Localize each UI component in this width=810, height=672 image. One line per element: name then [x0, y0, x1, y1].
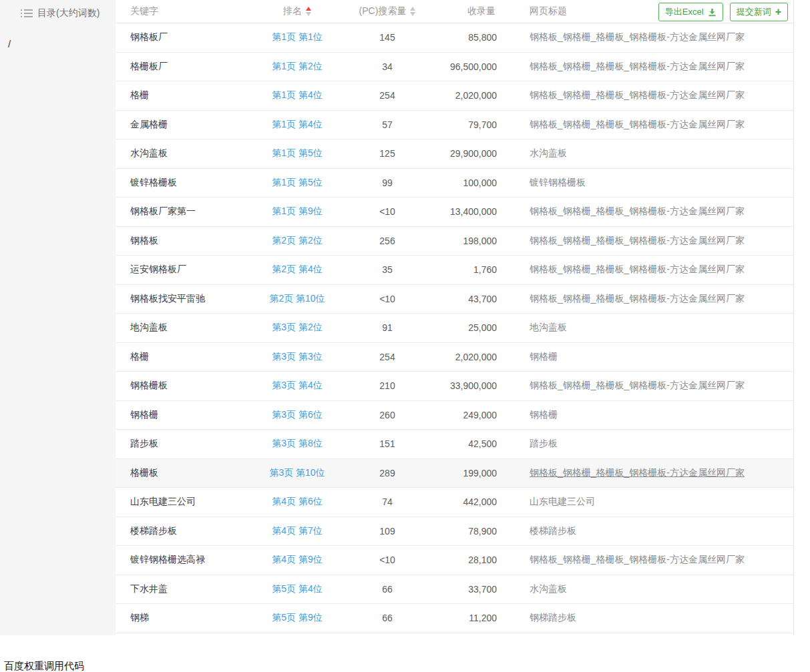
- sidebar-header: 目录(大约词数): [0, 0, 116, 19]
- index-count-cell: 85,800: [437, 32, 501, 43]
- keyword-cell: 钢梯: [116, 612, 257, 624]
- keyword-cell: 格栅板: [116, 467, 257, 479]
- rank-link[interactable]: 第1页 第5位: [257, 177, 337, 189]
- rank-link[interactable]: 第1页 第4位: [257, 89, 337, 101]
- index-count-cell: 43,700: [437, 294, 501, 304]
- rank-link[interactable]: 第3页 第6位: [257, 409, 337, 421]
- page-title-link[interactable]: 钢格板_钢格栅_格栅板_钢格栅板-方达金属丝网厂家: [501, 61, 793, 73]
- column-header-rank[interactable]: 排名: [257, 5, 337, 17]
- index-count-cell: 28,100: [437, 555, 501, 565]
- search-volume-cell: 256: [337, 236, 437, 246]
- rank-link[interactable]: 第3页 第8位: [257, 438, 337, 450]
- page-title-link[interactable]: 钢格板_钢格栅_格栅板_钢格栅板-方达金属丝网厂家: [501, 293, 793, 305]
- rank-sort[interactable]: [306, 7, 311, 16]
- rank-link[interactable]: 第2页 第2位: [257, 235, 337, 247]
- export-excel-label: 导出Excel: [665, 6, 704, 18]
- index-count-cell: 1,760: [437, 264, 501, 275]
- page-title-link[interactable]: 钢格栅: [501, 351, 793, 363]
- sidebar-item-root[interactable]: /: [0, 19, 116, 49]
- page-title-link[interactable]: 钢格板_钢格栅_格栅板_钢格栅板-方达金属丝网厂家: [501, 264, 793, 276]
- page-title-link[interactable]: 踏步板: [501, 438, 793, 450]
- rank-link[interactable]: 第5页 第9位: [257, 612, 337, 624]
- table-header: 关键字 排名 (PC)搜索量 收录量 网页标题 导出Excel: [116, 0, 793, 23]
- table-body: 钢格板厂第1页 第1位14585,800钢格板_钢格栅_格栅板_钢格栅板-方达金…: [116, 23, 793, 633]
- export-excel-button[interactable]: 导出Excel: [658, 3, 723, 21]
- rank-link[interactable]: 第3页 第3位: [257, 351, 337, 363]
- keyword-cell: 钢格板厂: [116, 31, 257, 43]
- table-row: 运安钢格板厂第2页 第4位351,760钢格板_钢格栅_格栅板_钢格栅板-方达金…: [116, 256, 793, 285]
- table-row: 山东电建三公司第4页 第6位74442,000山东电建三公司: [116, 488, 793, 517]
- table-row: 楼梯踏步板第4页 第7位10978,900楼梯踏步板: [116, 517, 793, 547]
- column-header-search-volume[interactable]: (PC)搜索量: [337, 5, 437, 17]
- search-volume-cell: <10: [337, 555, 437, 565]
- keyword-cell: 钢格栅: [116, 409, 257, 421]
- table-row: 钢格栅第3页 第6位260249,000钢格栅: [116, 401, 793, 430]
- rank-link[interactable]: 第3页 第2位: [257, 322, 337, 334]
- page-title-link[interactable]: 楼梯踏步板: [501, 525, 793, 537]
- table-row: 踏步板第3页 第8位15142,500踏步板: [116, 430, 793, 459]
- page-title-link[interactable]: 水沟盖板: [501, 147, 793, 159]
- rank-link[interactable]: 第3页 第4位: [257, 380, 337, 392]
- page-title-link[interactable]: 钢格板_钢格栅_格栅板_钢格栅板-方达金属丝网厂家: [501, 467, 793, 479]
- search-volume-cell: 125: [337, 148, 437, 159]
- table-row: 格栅第3页 第3位2542,020,000钢格栅: [116, 343, 793, 372]
- table-row: 格栅板厂第1页 第2位3496,500,000钢格板_钢格栅_格栅板_钢格栅板-…: [116, 53, 793, 82]
- rank-link[interactable]: 第1页 第2位: [257, 61, 337, 73]
- page-title-link[interactable]: 钢梯踏步板: [501, 612, 793, 624]
- index-count-cell: 79,700: [437, 119, 501, 130]
- page-title-link[interactable]: 钢格板_钢格栅_格栅板_钢格栅板-方达金属丝网厂家: [501, 89, 793, 101]
- search-volume-sort[interactable]: [410, 7, 415, 16]
- search-volume-cell: 35: [337, 264, 437, 275]
- search-volume-cell: 74: [337, 496, 437, 507]
- rank-link[interactable]: 第1页 第9位: [257, 206, 337, 218]
- page-title-link[interactable]: 钢格板_钢格栅_格栅板_钢格栅板-方达金属丝网厂家: [501, 235, 793, 247]
- index-count-cell: 199,000: [437, 468, 501, 478]
- submit-new-words-button[interactable]: 提交新词 +: [730, 3, 788, 21]
- search-volume-cell: 66: [337, 584, 437, 595]
- page-title-link[interactable]: 地沟盖板: [501, 322, 793, 334]
- keyword-cell: 钢格板厂家第一: [116, 206, 257, 218]
- table-row: 钢格板厂第1页 第1位14585,800钢格板_钢格栅_格栅板_钢格栅板-方达金…: [116, 23, 793, 53]
- index-count-cell: 78,900: [437, 526, 501, 537]
- search-volume-cell: 34: [337, 61, 437, 72]
- rank-link[interactable]: 第1页 第4位: [257, 119, 337, 131]
- table-row: 下水井盖第5页 第4位6633,700水沟盖板: [116, 575, 793, 605]
- rank-link[interactable]: 第3页 第10位: [257, 467, 337, 479]
- baidu-weight-code-link[interactable]: 百度权重调用代码: [4, 660, 810, 672]
- rank-link[interactable]: 第2页 第4位: [257, 264, 337, 276]
- rank-link[interactable]: 第1页 第1位: [257, 31, 337, 43]
- keyword-cell: 钢格板找安平雷驰: [116, 293, 257, 305]
- page-title-link[interactable]: 钢格板_钢格栅_格栅板_钢格栅板-方达金属丝网厂家: [501, 206, 793, 218]
- rank-link[interactable]: 第1页 第5位: [257, 147, 337, 159]
- keyword-table: 关键字 排名 (PC)搜索量 收录量 网页标题 导出Excel: [116, 0, 794, 635]
- page-title-link[interactable]: 山东电建三公司: [501, 496, 793, 508]
- search-volume-header-label: (PC)搜索量: [359, 5, 407, 17]
- index-count-cell: 198,000: [437, 236, 501, 246]
- page-title-link[interactable]: 钢格板_钢格栅_格栅板_钢格栅板-方达金属丝网厂家: [501, 380, 793, 392]
- search-volume-cell: 91: [337, 322, 437, 333]
- page-title-link[interactable]: 钢格板_钢格栅_格栅板_钢格栅板-方达金属丝网厂家: [501, 31, 793, 43]
- page-title-link[interactable]: 钢格栅: [501, 409, 793, 421]
- page-title-link[interactable]: 钢格板_钢格栅_格栅板_钢格栅板-方达金属丝网厂家: [501, 119, 793, 131]
- plus-icon: +: [775, 8, 781, 16]
- rank-link[interactable]: 第4页 第9位: [257, 554, 337, 566]
- rank-link[interactable]: 第2页 第10位: [257, 293, 337, 305]
- index-count-cell: 2,020,000: [437, 352, 501, 362]
- keyword-cell: 格栅: [116, 89, 257, 101]
- table-row: 金属格栅第1页 第4位5779,700钢格板_钢格栅_格栅板_钢格栅板-方达金属…: [116, 111, 793, 140]
- rank-link[interactable]: 第4页 第7位: [257, 525, 337, 537]
- page-title-link[interactable]: 镀锌钢格栅板: [501, 177, 793, 189]
- keyword-cell: 踏步板: [116, 438, 257, 450]
- index-count-cell: 442,000: [437, 496, 501, 507]
- index-count-cell: 249,000: [437, 410, 501, 420]
- keyword-cell: 钢格板: [116, 235, 257, 247]
- index-count-cell: 2,020,000: [437, 90, 501, 101]
- page-title-link[interactable]: 水沟盖板: [501, 583, 793, 595]
- keyword-cell: 镀锌钢格栅选高禄: [116, 554, 257, 566]
- rank-link[interactable]: 第4页 第6位: [257, 496, 337, 508]
- page-title-link[interactable]: 钢格板_钢格栅_格栅板_钢格栅板-方达金属丝网厂家: [501, 554, 793, 566]
- keyword-cell: 地沟盖板: [116, 322, 257, 334]
- rank-link[interactable]: 第5页 第4位: [257, 583, 337, 595]
- search-volume-cell: 99: [337, 178, 437, 188]
- search-volume-cell: <10: [337, 294, 437, 304]
